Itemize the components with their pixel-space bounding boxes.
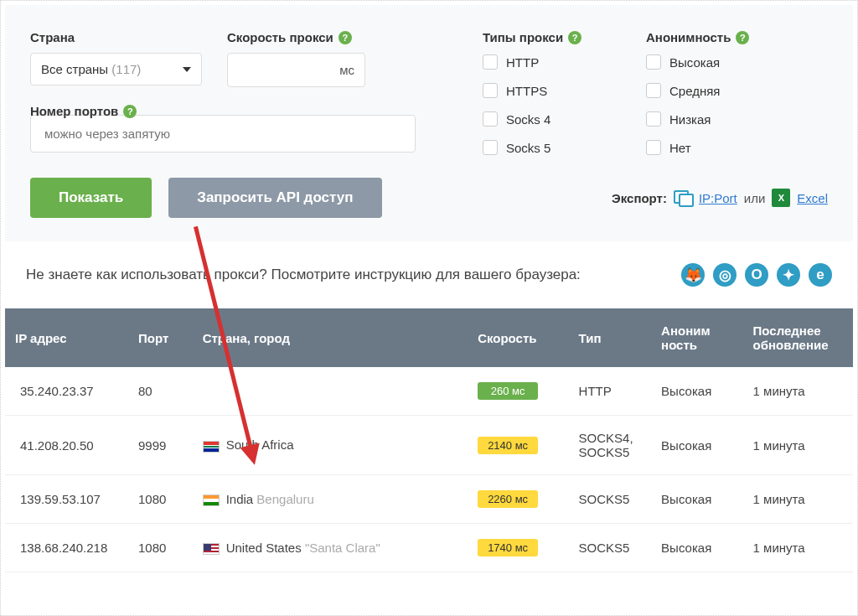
speed-badge: 2260 мс <box>478 490 538 508</box>
anon-medium[interactable]: Средняя <box>646 83 780 98</box>
cell-speed: 2140 мс <box>468 416 568 475</box>
cell-port: 80 <box>128 367 193 416</box>
instruction-bar: Не знаете как использовать прокси? Посмо… <box>1 241 857 308</box>
types-label: Типы прокси ? <box>483 30 621 44</box>
anon-label: Анонимность ? <box>646 30 780 44</box>
cell-type: SOCKS4, SOCKS5 <box>569 416 652 475</box>
country-text: India <box>226 492 254 506</box>
col-type[interactable]: Тип <box>569 308 652 367</box>
cell-type: SOCKS5 <box>569 475 652 524</box>
speed-input[interactable] <box>276 62 334 78</box>
col-anon[interactable]: Аноним ность <box>651 308 742 367</box>
chevron-down-icon <box>183 67 191 72</box>
help-icon[interactable]: ? <box>568 31 581 44</box>
cell-updated: 1 минута <box>743 524 853 572</box>
cell-updated: 1 минута <box>743 475 853 524</box>
cell-port: 1080 <box>128 475 193 524</box>
cell-anon: Высокая <box>651 416 742 475</box>
cell-port: 9999 <box>128 416 193 475</box>
export-ipport-link[interactable]: IP:Port <box>699 191 737 205</box>
checkbox[interactable] <box>646 83 661 98</box>
cell-updated: 1 минута <box>743 416 853 475</box>
cell-speed: 260 мс <box>468 367 568 416</box>
copy-icon[interactable] <box>674 190 692 205</box>
col-updated[interactable]: Последнее обновление <box>743 308 853 367</box>
type-socks5[interactable]: Socks 5 <box>483 140 621 155</box>
city-text: Bengaluru <box>256 492 313 506</box>
cell-anon: Высокая <box>651 524 742 572</box>
anon-low[interactable]: Низкая <box>646 111 780 127</box>
cell-anon: Высокая <box>651 367 742 416</box>
excel-icon[interactable]: X <box>772 189 790 207</box>
anon-list: Высокая Средняя Низкая Нет <box>646 54 780 155</box>
firefox-icon[interactable]: 🦊 <box>681 263 705 287</box>
col-ip[interactable]: IP адрес <box>5 308 128 367</box>
cell-location: United States "Santa Clara" <box>193 524 468 572</box>
city-text: "Santa Clara" <box>305 541 380 555</box>
export-or: или <box>744 191 766 205</box>
checkbox[interactable] <box>483 54 498 70</box>
help-icon[interactable]: ? <box>736 31 749 44</box>
cell-type: SOCKS5 <box>569 524 652 572</box>
country-text: South Africa <box>226 437 294 452</box>
table-row: 35.240.23.3780 260 мсHTTPВысокая1 минута <box>5 367 853 416</box>
safari-icon[interactable]: ✦ <box>777 263 800 287</box>
filter-panel: Страна Все страны (117) Номер портов ? С… <box>5 5 853 178</box>
request-api-button[interactable]: Запросить API доступ <box>168 178 381 218</box>
table-row: 138.68.240.2181080United States "Santa C… <box>5 524 853 572</box>
speed-unit: мс <box>339 63 354 77</box>
ports-label: Номер портов ? <box>30 104 202 118</box>
instruction-text: Не знаете как использовать прокси? Посмо… <box>26 267 581 283</box>
country-label: Страна <box>30 30 202 44</box>
cell-updated: 1 минута <box>743 367 853 416</box>
flag-icon <box>203 494 220 506</box>
help-icon[interactable]: ? <box>339 31 352 44</box>
checkbox[interactable] <box>646 111 661 127</box>
flag-icon <box>203 543 220 555</box>
speed-badge: 260 мс <box>478 382 538 400</box>
export-label: Экспорт: <box>612 191 667 205</box>
cell-speed: 2260 мс <box>468 475 568 524</box>
checkbox[interactable] <box>483 111 498 127</box>
table-row: 41.208.20.509999South Africa 2140 мсSOCK… <box>5 416 853 475</box>
cell-ip: 139.59.53.107 <box>5 475 128 524</box>
cell-location <box>193 367 468 416</box>
opera-icon[interactable]: O <box>745 263 768 287</box>
speed-badge: 2140 мс <box>478 437 538 454</box>
help-icon[interactable]: ? <box>123 105 137 118</box>
anon-none[interactable]: Нет <box>646 140 780 155</box>
checkbox[interactable] <box>483 83 498 98</box>
cell-ip: 35.240.23.37 <box>5 367 128 416</box>
cell-location: India Bengaluru <box>193 475 468 524</box>
cell-type: HTTP <box>569 367 652 416</box>
col-speed[interactable]: Скорость <box>468 308 568 367</box>
checkbox[interactable] <box>646 54 661 70</box>
type-https[interactable]: HTTPS <box>483 83 621 98</box>
cell-location: South Africa <box>193 416 468 475</box>
proxy-table: IP адрес Порт Страна, город Скорость Тип… <box>5 308 853 572</box>
types-list: HTTP HTTPS Socks 4 Socks 5 <box>483 54 621 155</box>
col-location[interactable]: Страна, город <box>193 308 468 367</box>
checkbox[interactable] <box>483 140 498 155</box>
speed-input-wrap: мс <box>227 53 365 87</box>
country-select[interactable]: Все страны (117) <box>30 53 202 85</box>
table-header-row: IP адрес Порт Страна, город Скорость Тип… <box>5 308 853 367</box>
type-http[interactable]: HTTP <box>483 54 621 70</box>
table-row: 139.59.53.1071080India Bengaluru2260 мсS… <box>5 475 853 524</box>
cell-port: 1080 <box>128 524 193 572</box>
country-text: United States <box>226 541 302 555</box>
col-port[interactable]: Порт <box>128 308 193 367</box>
ie-icon[interactable]: e <box>809 263 832 287</box>
checkbox[interactable] <box>646 140 661 155</box>
speed-label: Скорость прокси ? <box>227 30 365 44</box>
ports-input[interactable] <box>43 126 403 142</box>
chrome-icon[interactable]: ◎ <box>713 263 737 287</box>
show-button[interactable]: Показать <box>30 178 152 218</box>
cell-ip: 138.68.240.218 <box>5 524 128 572</box>
export-excel-link[interactable]: Excel <box>797 191 828 205</box>
cell-speed: 1740 мс <box>468 524 568 572</box>
anon-high[interactable]: Высокая <box>646 54 780 70</box>
action-bar: Показать Запросить API доступ Экспорт: I… <box>5 178 853 241</box>
cell-ip: 41.208.20.50 <box>5 416 128 475</box>
type-socks4[interactable]: Socks 4 <box>483 111 621 127</box>
